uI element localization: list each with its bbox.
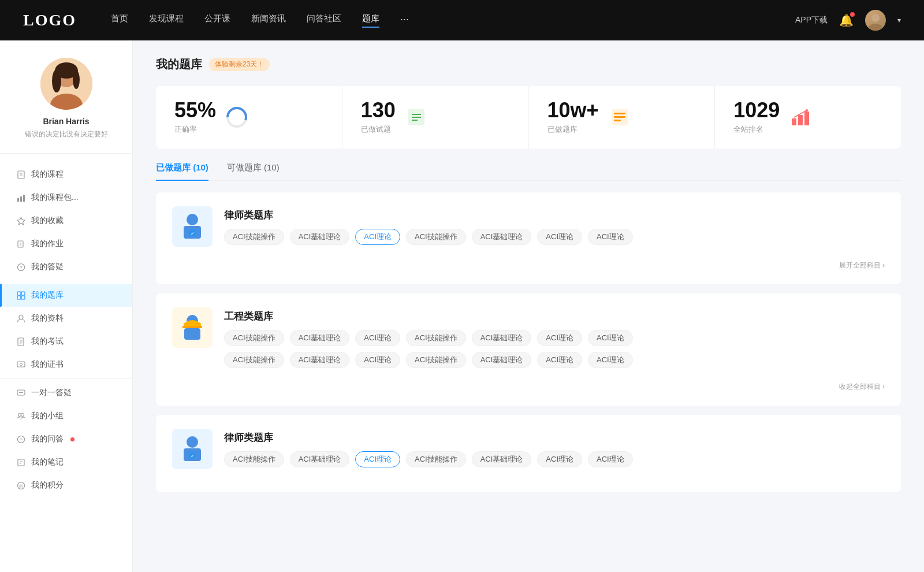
bank-title-1: 律师类题库 <box>224 206 885 222</box>
tag-1-4[interactable]: ACI技能操作 <box>406 229 466 245</box>
nav-home[interactable]: 首页 <box>111 13 128 28</box>
sidebar-item-profile[interactable]: 我的资料 <box>0 307 132 330</box>
tag-2-9[interactable]: ACI基础理论 <box>290 352 350 368</box>
sidebar-avatar <box>40 58 92 110</box>
sidebar-item-packages-label: 我的课程包... <box>31 192 79 203</box>
svg-point-55 <box>806 109 808 112</box>
tag-2-1[interactable]: ACI技能操作 <box>224 330 284 346</box>
tag-3-1[interactable]: ACI技能操作 <box>224 451 284 467</box>
pie-svg <box>226 106 248 128</box>
cert-icon <box>16 360 25 369</box>
nav-open-course[interactable]: 公开课 <box>204 13 230 28</box>
tag-2-2[interactable]: ACI基础理论 <box>290 330 350 346</box>
stat-label-rate: 正确率 <box>174 124 216 135</box>
navbar: LOGO 首页 发现课程 公开课 新闻资讯 问答社区 题库 ··· APP下载 … <box>0 0 924 40</box>
tag-3-2[interactable]: ACI基础理论 <box>290 451 350 467</box>
tag-1-6[interactable]: ACI理论 <box>537 229 582 245</box>
sidebar-profile: Brian Harris 错误的决定比没有决定要好 <box>0 58 132 154</box>
svg-rect-61 <box>182 326 202 328</box>
chat-icon <box>16 388 25 398</box>
sidebar-item-homework[interactable]: 我的作业 <box>0 232 132 255</box>
svg-point-0 <box>871 14 880 22</box>
tag-1-1[interactable]: ACI技能操作 <box>224 229 284 245</box>
tag-1-5[interactable]: ACI基础理论 <box>472 229 532 245</box>
nav-qa[interactable]: 问答社区 <box>307 13 341 28</box>
tag-2-7[interactable]: ACI理论 <box>588 330 633 346</box>
sidebar-item-certificate[interactable]: 我的证书 <box>0 353 132 376</box>
trial-badge: 体验剩余23天！ <box>209 58 270 71</box>
sidebar-item-courses[interactable]: 我的课程 <box>0 163 132 186</box>
sidebar-item-exams[interactable]: 我的考试 <box>0 330 132 353</box>
notification-bell[interactable]: 🔔 <box>839 13 854 27</box>
list-check-icon <box>405 106 428 129</box>
navbar-logo[interactable]: LOGO <box>23 11 76 29</box>
tag-3-3[interactable]: ACI理论 <box>355 451 400 467</box>
avatar-svg <box>865 10 886 31</box>
tab-available-banks[interactable]: 可做题库 (10) <box>227 162 280 180</box>
tag-3-5[interactable]: ACI基础理论 <box>472 451 532 467</box>
avatar-chevron-icon[interactable]: ▾ <box>897 16 901 24</box>
sidebar-item-homework-label: 我的作业 <box>31 239 64 249</box>
bank-title-3: 律师类题库 <box>224 429 885 444</box>
tag-2-6[interactable]: ACI理论 <box>537 330 582 346</box>
engineer-icon-svg <box>178 312 207 344</box>
tag-1-3[interactable]: ACI理论 <box>355 229 400 245</box>
score-icon: 积 <box>16 481 25 490</box>
tag-2-4[interactable]: ACI技能操作 <box>406 330 466 346</box>
sidebar-item-question-bank[interactable]: 我的题库 <box>0 284 132 307</box>
svg-rect-13 <box>23 195 25 202</box>
bank-card-lawyer-1: ✓ 律师类题库 ACI技能操作 ACI基础理论 ACI理论 ACI技能操作 AC… <box>156 192 901 284</box>
sidebar-item-notes[interactable]: 我的笔记 <box>0 451 132 474</box>
tag-2-14[interactable]: ACI理论 <box>588 352 633 368</box>
sidebar-item-points[interactable]: 积 我的积分 <box>0 474 132 497</box>
tag-2-5[interactable]: ACI基础理论 <box>472 330 532 346</box>
sidebar-item-favorites[interactable]: 我的收藏 <box>0 209 132 232</box>
main-content: 我的题库 体验剩余23天！ 55% 正确率 <box>133 40 924 572</box>
tag-2-11[interactable]: ACI技能操作 <box>406 352 466 368</box>
sidebar-motto: 错误的决定比没有决定要好 <box>25 129 108 139</box>
list-icon-svg <box>406 107 427 128</box>
svg-rect-15 <box>18 241 23 247</box>
bank-card-lawyer-2: ✓ 律师类题库 ACI技能操作 ACI基础理论 ACI理论 ACI技能操作 AC… <box>156 415 901 492</box>
svg-rect-12 <box>20 196 22 202</box>
tag-2-13[interactable]: ACI理论 <box>537 352 582 368</box>
rank-icon <box>789 106 812 129</box>
tab-done-banks[interactable]: 已做题库 (10) <box>156 162 208 180</box>
tag-3-7[interactable]: ACI理论 <box>588 451 633 467</box>
bank-card-engineer: 工程类题库 ACI技能操作 ACI基础理论 ACI理论 ACI技能操作 ACI基… <box>156 294 901 406</box>
stat-label-q: 已做试题 <box>361 124 396 135</box>
sidebar-item-favorites-label: 我的收藏 <box>31 216 64 226</box>
expand-btn-1[interactable]: 展开全部科目 › <box>172 256 885 270</box>
tag-3-4[interactable]: ACI技能操作 <box>406 451 466 467</box>
bank-card-header-3: ✓ 律师类题库 ACI技能操作 ACI基础理论 ACI理论 ACI技能操作 AC… <box>172 429 885 469</box>
tag-2-12[interactable]: ACI基础理论 <box>472 352 532 368</box>
stat-info-q: 130 已做试题 <box>361 100 396 135</box>
user-avatar-nav[interactable] <box>865 10 886 31</box>
sidebar-menu: 我的课程 我的课程包... 我的收藏 我的作业 <box>0 154 132 506</box>
tag-2-10[interactable]: ACI理论 <box>355 352 400 368</box>
nav-more[interactable]: ··· <box>400 13 409 28</box>
page-title: 我的题库 <box>156 57 202 72</box>
bank-card-content-3: 律师类题库 ACI技能操作 ACI基础理论 ACI理论 ACI技能操作 ACI基… <box>224 429 885 467</box>
nav-news[interactable]: 新闻资讯 <box>251 13 286 28</box>
tags-row-2a: ACI技能操作 ACI基础理论 ACI理论 ACI技能操作 ACI基础理论 AC… <box>224 330 885 346</box>
collapse-btn-2[interactable]: 收起全部科目 › <box>172 377 885 392</box>
app-download-link[interactable]: APP下载 <box>795 15 828 25</box>
sidebar-item-group[interactable]: 我的小组 <box>0 404 132 428</box>
tag-1-7[interactable]: ACI理论 <box>588 229 633 245</box>
tag-1-2[interactable]: ACI基础理论 <box>290 229 350 245</box>
sidebar-item-my-qa[interactable]: ? 我的问答 <box>0 428 132 451</box>
sidebar-item-course-packages[interactable]: 我的课程包... <box>0 186 132 209</box>
sidebar-item-one-on-one[interactable]: 一对一答疑 <box>0 381 132 404</box>
svg-text:✓: ✓ <box>191 231 195 236</box>
tag-2-3[interactable]: ACI理论 <box>355 330 400 346</box>
tag-3-6[interactable]: ACI理论 <box>537 451 582 467</box>
grid-icon <box>16 291 25 300</box>
nav-discover[interactable]: 发现课程 <box>149 13 184 28</box>
nav-question-bank[interactable]: 题库 <box>362 13 379 28</box>
sidebar-item-qa-my[interactable]: ? 我的答疑 <box>0 255 132 278</box>
notification-dot <box>850 12 855 17</box>
svg-rect-52 <box>792 118 796 125</box>
tag-2-8[interactable]: ACI技能操作 <box>224 352 284 368</box>
engineer-icon-wrap <box>172 307 213 348</box>
